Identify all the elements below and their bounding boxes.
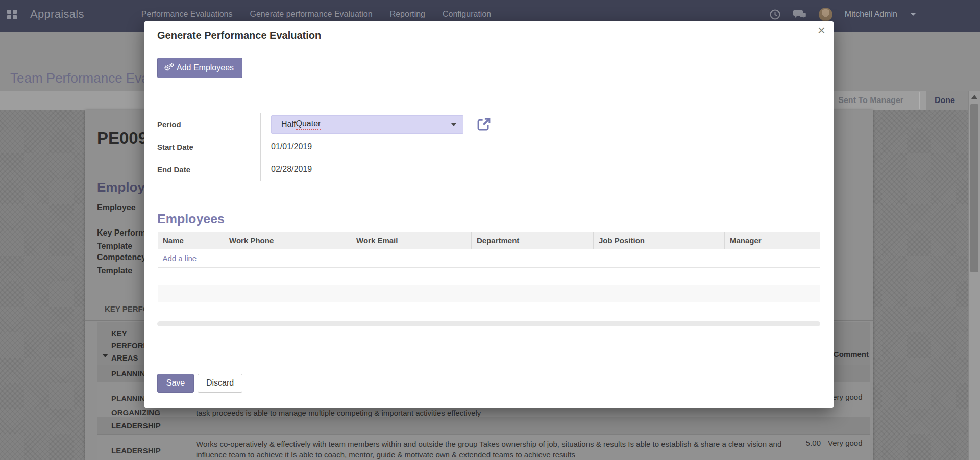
start-date-label: Start Date <box>157 136 260 158</box>
status-sent-to-manager: Sent To Manager <box>827 91 919 110</box>
dialog-title: Generate Performance Evaluation <box>157 30 321 41</box>
employees-table: Name Work Phone Work Email Department Jo… <box>157 232 820 321</box>
kpa-rating-cell: 5.00 <box>790 435 822 460</box>
employees-heading: Employees <box>157 212 821 226</box>
group-collapse-caret-icon <box>102 354 108 357</box>
add-a-line-link[interactable]: Add a line <box>163 254 197 263</box>
messages-chat-icon <box>793 9 806 20</box>
end-date-value: 02/28/2019 <box>271 158 821 181</box>
discard-button[interactable]: Discard <box>198 374 242 393</box>
menu-performance-evaluations: Performance Evaluations <box>141 10 233 19</box>
statusbar-arrow-icon <box>919 91 926 110</box>
table-horizontal-scrollbar[interactable] <box>157 321 820 326</box>
scroll-up-arrow-icon[interactable] <box>971 95 977 99</box>
column-name: Name <box>158 232 224 249</box>
menu-generate-performance-evaluation: Generate performance Evaluation <box>250 10 372 19</box>
cogs-icon <box>164 63 175 73</box>
generate-performance-evaluation-dialog: Generate Performance Evaluation × Add Em… <box>144 21 834 408</box>
menu-configuration: Configuration <box>443 10 491 19</box>
empty-row <box>158 302 820 321</box>
field-label-employee: Employee <box>97 203 136 212</box>
empty-row <box>158 268 820 285</box>
wizard-form: Period Start Date End Date Half Quater 0… <box>157 113 821 181</box>
external-link-icon[interactable] <box>476 116 492 133</box>
empty-row <box>158 285 820 302</box>
app-name: Appraisals <box>30 8 84 21</box>
dialog-footer: Save Discard <box>157 374 821 393</box>
user-menu-name: Mitchell Admin <box>845 10 897 19</box>
dialog-header: Generate Performance Evaluation × <box>144 21 834 54</box>
end-date-label: End Date <box>157 158 260 181</box>
column-manager: Manager <box>725 232 820 249</box>
employees-header-row: Name Work Phone Work Email Department Jo… <box>158 232 820 249</box>
column-work-phone: Work Phone <box>224 232 351 249</box>
column-work-email: Work Email <box>351 232 472 249</box>
kpa-comment-cell: Very good <box>822 435 870 460</box>
column-job-position: Job Position <box>594 232 725 249</box>
navbar-menu: Performance Evaluations Generate perform… <box>141 10 491 19</box>
page-scrollbar[interactable] <box>968 91 980 460</box>
add-employees-button[interactable]: Add Employees <box>157 58 242 78</box>
add-a-line-row: Add a line <box>158 249 820 268</box>
start-date-value: 01/01/2019 <box>271 136 821 158</box>
menu-reporting: Reporting <box>390 10 425 19</box>
tab-key-performance-areas: KEY PERFORMANCE AREAS <box>105 304 149 313</box>
dialog-button-bar: Add Employees <box>144 54 834 79</box>
period-label: Period <box>157 113 260 136</box>
kpa-description-cell: Works co-operatively & effectively with … <box>193 435 790 460</box>
record-reference: PE009 <box>97 129 148 148</box>
save-button[interactable]: Save <box>157 374 194 393</box>
activities-clock-icon <box>769 9 781 20</box>
scrollbar-thumb[interactable] <box>970 104 978 272</box>
kpa-area-cell: LEADERSHIP <box>97 435 193 460</box>
period-select[interactable]: Half Quater <box>271 115 463 134</box>
apps-menu-icon <box>7 10 17 19</box>
close-icon[interactable]: × <box>818 23 825 37</box>
kpa-group-row: LEADERSHIP <box>97 417 870 434</box>
column-department: Department <box>472 232 594 249</box>
dialog-body: Period Start Date End Date Half Quater 0… <box>144 113 834 393</box>
chevron-down-icon <box>911 13 916 16</box>
kpa-data-row: LEADERSHIP Works co-operatively & effect… <box>97 434 870 460</box>
user-avatar <box>819 8 832 21</box>
status-done: Done <box>926 91 968 110</box>
period-value-misspelled: Quater <box>296 119 321 130</box>
select-caret-icon <box>451 123 456 126</box>
